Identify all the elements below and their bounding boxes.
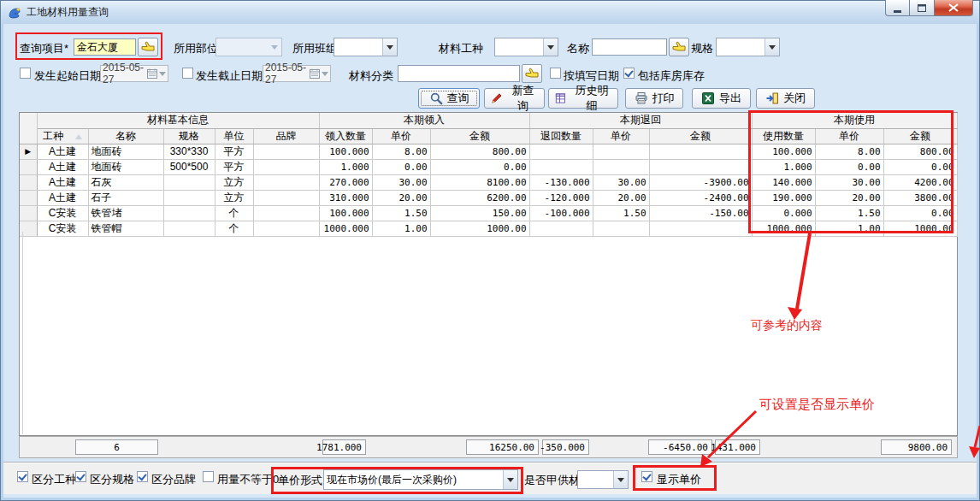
end-date-checkbox[interactable] <box>182 68 193 79</box>
grid-cell[interactable]: 铁管堵 <box>88 205 163 221</box>
column-header[interactable]: 退回数量 <box>529 128 593 144</box>
grid-cell[interactable]: 1000.000 <box>319 221 372 236</box>
grid-cell[interactable]: 0.00 <box>815 159 883 174</box>
column-header-trade[interactable]: 工种 <box>37 128 88 144</box>
grid-cell[interactable]: 100.000 <box>752 144 815 159</box>
grid-cell[interactable] <box>253 205 319 221</box>
grid-cell[interactable] <box>593 159 649 174</box>
column-header[interactable]: 金额 <box>883 128 957 144</box>
grid-cell[interactable] <box>593 221 649 236</box>
grid-cell[interactable] <box>253 174 319 190</box>
grid-cell[interactable]: 0.00 <box>372 159 430 174</box>
column-header[interactable]: 领入数量 <box>319 128 372 144</box>
column-header[interactable]: 单位 <box>215 128 253 144</box>
grid-cell[interactable]: 1.000 <box>319 159 372 174</box>
column-header[interactable]: 单价 <box>815 128 883 144</box>
query-button[interactable]: 查询 <box>418 88 480 109</box>
grid-cell[interactable]: C安装 <box>37 221 88 236</box>
category-picker-button[interactable] <box>522 64 542 83</box>
start-date-checkbox[interactable] <box>20 68 31 79</box>
grid-cell[interactable]: 150.00 <box>430 205 529 221</box>
new-query-button[interactable]: 新查询 <box>484 88 545 109</box>
grid-cell[interactable]: 平方 <box>215 144 253 159</box>
grid-cell[interactable]: 立方 <box>215 190 253 205</box>
print-button[interactable]: 打印 <box>625 88 683 109</box>
start-date-field[interactable]: 2015-05-27 <box>100 65 168 82</box>
split-brand-checkbox[interactable] <box>137 471 148 482</box>
grid-cell[interactable]: A土建 <box>37 144 88 159</box>
spec-select[interactable] <box>716 38 780 56</box>
grid-cell[interactable]: -2400.00 <box>649 190 752 205</box>
grid-cell[interactable]: 0.00 <box>883 205 957 221</box>
close-form-button[interactable]: 关闭 <box>756 88 815 109</box>
row-selector[interactable] <box>20 159 37 174</box>
column-header[interactable]: 名称 <box>88 128 163 144</box>
owner-supplied-select[interactable] <box>577 470 629 489</box>
split-spec-checkbox[interactable] <box>75 471 86 482</box>
row-selector[interactable] <box>20 205 37 221</box>
grid-cell[interactable] <box>649 221 752 236</box>
grid-cell[interactable] <box>529 144 593 159</box>
team-select[interactable] <box>334 38 398 56</box>
grid-cell[interactable]: A土建 <box>37 190 88 205</box>
maximize-button[interactable] <box>910 0 935 16</box>
grid-cell[interactable]: 1.00 <box>815 221 883 236</box>
grid-cell[interactable] <box>163 190 215 205</box>
grid-cell[interactable]: 30.00 <box>372 174 430 190</box>
grid-cell[interactable] <box>253 190 319 205</box>
grid-cell[interactable]: 100.000 <box>319 205 372 221</box>
include-stock-checkbox[interactable] <box>623 68 635 79</box>
grid-cell[interactable]: 铁管帽 <box>88 221 163 236</box>
grid-cell[interactable]: 0.00 <box>430 159 529 174</box>
project-input[interactable] <box>74 38 136 56</box>
grid-cell[interactable]: 0.000 <box>752 205 815 221</box>
grid-cell[interactable]: 1.50 <box>372 205 430 221</box>
grid-cell[interactable]: -130.000 <box>529 174 593 190</box>
grid-cell[interactable]: 500*500 <box>163 159 215 174</box>
grid-cell[interactable]: 立方 <box>215 174 253 190</box>
grid-cell[interactable]: 1.000 <box>752 159 815 174</box>
split-trade-checkbox[interactable] <box>17 471 28 482</box>
grid-cell[interactable] <box>163 205 215 221</box>
grid-cell[interactable]: 310.000 <box>319 190 372 205</box>
row-selector[interactable] <box>20 174 37 190</box>
grid-cell[interactable] <box>649 144 752 159</box>
grid-cell[interactable]: 1.50 <box>593 205 649 221</box>
grid-cell[interactable]: -100.000 <box>529 205 593 221</box>
grid-cell[interactable]: 20.00 <box>372 190 430 205</box>
grid-cell[interactable] <box>593 144 649 159</box>
category-input[interactable] <box>398 65 520 82</box>
column-header[interactable]: 规格 <box>163 128 215 144</box>
price-mode-select[interactable]: 现在市场价(最后一次采购价) <box>323 469 518 490</box>
grid-cell[interactable]: 石子 <box>88 190 163 205</box>
grid-cell[interactable]: 8.00 <box>815 144 883 159</box>
grid-cell[interactable]: 1.50 <box>815 205 883 221</box>
export-button[interactable]: 导出 <box>692 88 751 109</box>
grid-cell[interactable]: 1000.00 <box>430 221 529 236</box>
column-header[interactable]: 金额 <box>649 128 752 144</box>
grid-cell[interactable]: 1000.00 <box>883 221 957 236</box>
grid-cell[interactable]: 330*330 <box>163 144 215 159</box>
name-input[interactable] <box>592 38 667 56</box>
grid-cell[interactable]: 30.00 <box>815 174 883 190</box>
grid-cell[interactable] <box>163 174 215 190</box>
minimize-button[interactable] <box>885 0 910 16</box>
grid-cell[interactable]: 20.00 <box>815 190 883 205</box>
grid-cell[interactable]: 3800.00 <box>883 190 957 205</box>
grid-cell[interactable]: A土建 <box>37 174 88 190</box>
grid-cell[interactable]: 800.00 <box>430 144 529 159</box>
grid-cell[interactable]: 地面砖 <box>88 159 163 174</box>
part-select[interactable] <box>215 38 282 56</box>
grid-cell[interactable]: C安装 <box>37 205 88 221</box>
grid-cell[interactable]: 0.00 <box>883 159 957 174</box>
trade-select[interactable] <box>494 38 558 56</box>
grid-cell[interactable]: 平方 <box>215 159 253 174</box>
grid-cell[interactable]: 1000.000 <box>752 221 815 236</box>
grid-cell[interactable]: 140.000 <box>752 174 815 190</box>
grid-cell[interactable]: 270.000 <box>319 174 372 190</box>
grid-cell[interactable]: 100.000 <box>319 144 372 159</box>
grid-cell[interactable]: -3900.00 <box>649 174 752 190</box>
by-fill-date-checkbox[interactable] <box>550 68 561 79</box>
grid-cell[interactable]: 30.00 <box>593 174 649 190</box>
grid-cell[interactable]: 个 <box>215 221 253 236</box>
